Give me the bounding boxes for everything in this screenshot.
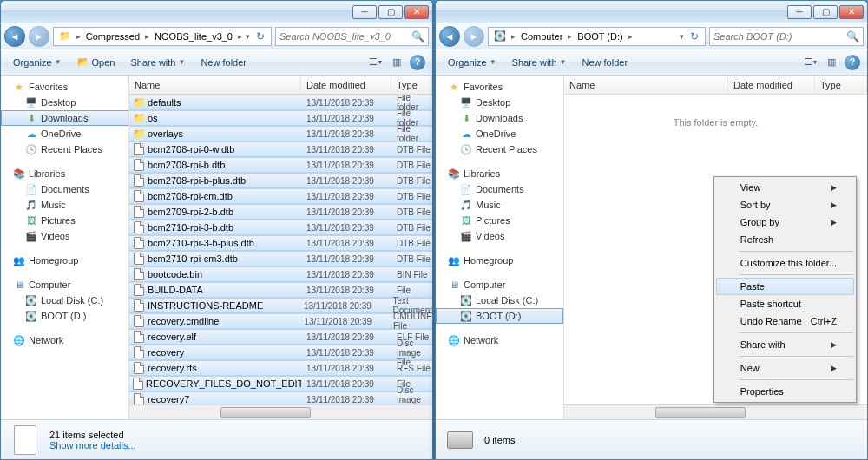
- breadcrumb-seg[interactable]: Compressed: [82, 28, 143, 45]
- dropdown-icon[interactable]: ▾: [244, 32, 252, 41]
- file-row[interactable]: RECOVERY_FILES_DO_NOT_EDIT13/11/2018 20:…: [129, 376, 432, 391]
- file-row[interactable]: bcm2708-rpi-0-w.dtb13/11/2018 20:39DTB F…: [129, 141, 432, 157]
- nav-desktop[interactable]: 🖥️Desktop: [436, 95, 563, 110]
- organize-button[interactable]: Organize▼: [6, 55, 69, 70]
- nav-boot-drive[interactable]: 💽BOOT (D:): [1, 308, 128, 324]
- ctx-paste[interactable]: Paste: [716, 278, 854, 295]
- share-with-button[interactable]: Share with▼: [123, 55, 192, 70]
- help-button[interactable]: ?: [843, 54, 862, 71]
- chevron-right-icon[interactable]: ▸: [236, 32, 244, 41]
- view-button[interactable]: ☰▼: [366, 54, 385, 71]
- search-box[interactable]: 🔍: [709, 27, 864, 46]
- nav-videos[interactable]: 🎬Videos: [436, 228, 563, 244]
- nav-desktop[interactable]: 🖥️Desktop: [1, 95, 128, 110]
- view-button[interactable]: ☰▼: [801, 54, 820, 71]
- back-button[interactable]: ◄: [4, 26, 25, 47]
- maximize-button[interactable]: ▢: [378, 5, 403, 19]
- chevron-right-icon[interactable]: ▸: [566, 32, 574, 41]
- file-row[interactable]: bcm2710-rpi-3-b-plus.dtb13/11/2018 20:39…: [129, 235, 432, 251]
- file-row[interactable]: bootcode.bin13/11/2018 20:39BIN File: [129, 266, 432, 282]
- ctx-new[interactable]: New▶: [716, 359, 854, 377]
- ctx-sort-by[interactable]: Sort by▶: [716, 196, 854, 214]
- nav-recent-places[interactable]: 🕓Recent Places: [436, 141, 563, 157]
- refresh-button[interactable]: ↻: [686, 30, 703, 43]
- nav-recent-places[interactable]: 🕓Recent Places: [1, 141, 128, 157]
- nav-onedrive[interactable]: ☁OneDrive: [1, 126, 128, 141]
- search-input[interactable]: [279, 31, 411, 42]
- file-row[interactable]: os13/11/2018 20:39File folder: [129, 110, 432, 126]
- help-button[interactable]: ?: [408, 54, 427, 71]
- file-row[interactable]: recovery.elf13/11/2018 20:39ELF File: [129, 329, 432, 345]
- nav-documents[interactable]: 📄Documents: [436, 181, 563, 197]
- breadcrumb-seg[interactable]: BOOT (D:): [574, 28, 626, 45]
- maximize-button[interactable]: ▢: [813, 5, 838, 19]
- column-type[interactable]: Type: [391, 76, 432, 94]
- scrollbar-horizontal[interactable]: [129, 404, 432, 419]
- file-row[interactable]: recovery.rfs13/11/2018 20:39RFS File: [129, 360, 432, 376]
- ctx-undo-rename[interactable]: Undo RenameCtrl+Z: [716, 312, 854, 330]
- column-type[interactable]: Type: [815, 76, 867, 94]
- titlebar[interactable]: ─ ▢ ✕: [1, 1, 432, 23]
- minimize-button[interactable]: ─: [352, 5, 377, 19]
- file-list[interactable]: defaults13/11/2018 20:39File folderos13/…: [129, 95, 432, 404]
- ctx-properties[interactable]: Properties: [716, 383, 854, 400]
- back-button[interactable]: ◄: [439, 26, 460, 47]
- refresh-button[interactable]: ↻: [252, 30, 269, 43]
- nav-music[interactable]: 🎵Music: [1, 197, 128, 213]
- nav-downloads[interactable]: ⬇Downloads: [436, 110, 563, 126]
- ctx-group-by[interactable]: Group by▶: [716, 214, 854, 231]
- new-folder-button[interactable]: New folder: [194, 55, 253, 70]
- column-name[interactable]: Name: [129, 76, 301, 94]
- nav-favorites[interactable]: ★Favorites: [1, 79, 128, 95]
- ctx-share-with[interactable]: Share with▶: [716, 336, 854, 353]
- nav-libraries[interactable]: 📚Libraries: [1, 166, 128, 181]
- ctx-paste-shortcut[interactable]: Paste shortcut: [716, 295, 854, 312]
- search-box[interactable]: 🔍: [275, 27, 429, 46]
- scrollbar-thumb[interactable]: [655, 407, 746, 418]
- nav-pictures[interactable]: 🖼Pictures: [436, 213, 563, 228]
- breadcrumb[interactable]: 💽 ▸ Computer ▸ BOOT (D:) ▸ ▾ ↻: [488, 27, 706, 46]
- column-date[interactable]: Date modified: [301, 76, 391, 94]
- ctx-customize[interactable]: Customize this folder...: [716, 254, 854, 272]
- forward-button[interactable]: ►: [29, 26, 49, 47]
- search-input[interactable]: [713, 31, 846, 42]
- dropdown-icon[interactable]: ▾: [678, 32, 686, 41]
- nav-homegroup[interactable]: 👥Homegroup: [1, 253, 128, 268]
- file-row[interactable]: INSTRUCTIONS-README13/11/2018 20:39Text …: [129, 298, 432, 313]
- forward-button[interactable]: ►: [464, 26, 484, 47]
- nav-local-disk[interactable]: 💽Local Disk (C:): [436, 292, 563, 308]
- file-row[interactable]: bcm2710-rpi-cm3.dtb13/11/2018 20:39DTB F…: [129, 251, 432, 266]
- chevron-right-icon[interactable]: ▸: [75, 32, 82, 41]
- chevron-right-icon[interactable]: ▸: [143, 32, 151, 41]
- chevron-right-icon[interactable]: ▸: [627, 32, 635, 41]
- nav-network[interactable]: 🌐Network: [436, 332, 563, 348]
- breadcrumb[interactable]: 📁 ▸ Compressed ▸ NOOBS_lite_v3_0 ▸ ▾ ↻: [53, 27, 272, 46]
- ctx-refresh[interactable]: Refresh: [716, 231, 854, 248]
- nav-boot-drive[interactable]: 💽BOOT (D:): [436, 308, 563, 324]
- file-row[interactable]: recovery13/11/2018 20:39Disc Image File: [129, 345, 432, 360]
- file-row[interactable]: bcm2708-rpi-b.dtb13/11/2018 20:39DTB Fil…: [129, 157, 432, 173]
- nav-downloads[interactable]: ⬇Downloads: [1, 110, 128, 126]
- file-row[interactable]: bcm2708-rpi-b-plus.dtb13/11/2018 20:39DT…: [129, 173, 432, 188]
- file-row[interactable]: defaults13/11/2018 20:39File folder: [129, 95, 432, 110]
- organize-button[interactable]: Organize▼: [441, 55, 503, 70]
- ctx-view[interactable]: View▶: [716, 179, 854, 196]
- scrollbar-thumb[interactable]: [220, 407, 312, 418]
- nav-videos[interactable]: 🎬Videos: [1, 228, 128, 244]
- file-row[interactable]: bcm2710-rpi-3-b.dtb13/11/2018 20:39DTB F…: [129, 220, 432, 235]
- column-date[interactable]: Date modified: [728, 76, 815, 94]
- file-row[interactable]: bcm2709-rpi-2-b.dtb13/11/2018 20:39DTB F…: [129, 204, 432, 220]
- nav-libraries[interactable]: 📚Libraries: [436, 166, 563, 181]
- nav-network[interactable]: 🌐Network: [1, 332, 128, 348]
- preview-pane-button[interactable]: ▥: [822, 54, 841, 71]
- file-row[interactable]: bcm2708-rpi-cm.dtb13/11/2018 20:39DTB Fi…: [129, 188, 432, 204]
- share-with-button[interactable]: Share with▼: [505, 55, 574, 70]
- scrollbar-horizontal[interactable]: [564, 404, 867, 419]
- nav-computer[interactable]: 🖥Computer: [1, 277, 128, 292]
- chevron-right-icon[interactable]: ▸: [510, 32, 517, 41]
- nav-homegroup[interactable]: 👥Homegroup: [436, 253, 563, 268]
- file-row[interactable]: recovery713/11/2018 20:39Disc Image File: [129, 391, 432, 404]
- file-row[interactable]: recovery.cmdline13/11/2018 20:39CMDLINE …: [129, 313, 432, 329]
- nav-documents[interactable]: 📄Documents: [1, 181, 128, 197]
- nav-computer[interactable]: 🖥Computer: [436, 277, 563, 292]
